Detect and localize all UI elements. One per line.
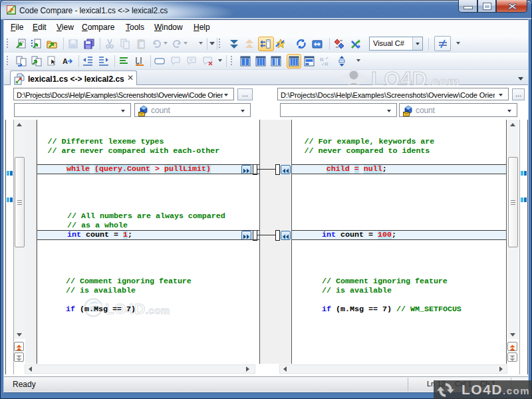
svg-text:B: B	[320, 57, 324, 63]
svg-text:A: A	[63, 57, 68, 65]
svg-text:R: R	[325, 61, 329, 66]
